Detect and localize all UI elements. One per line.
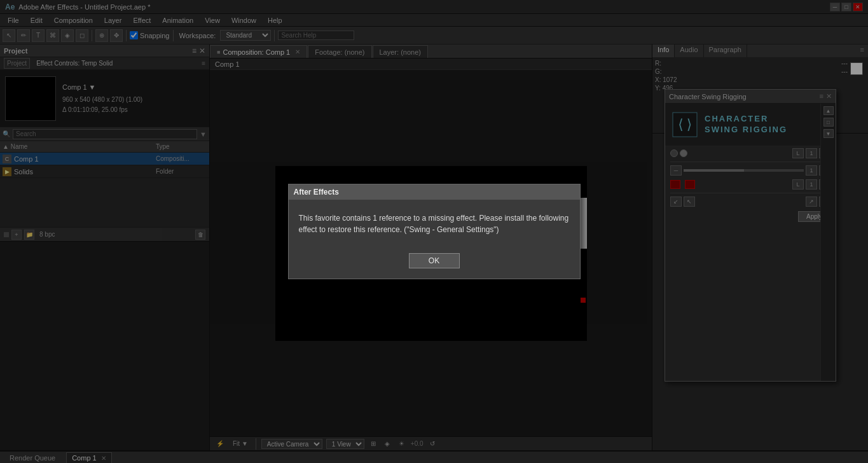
- dialog-body: This favorite contains 1 reference to a …: [289, 200, 580, 248]
- dialog-footer: OK: [289, 248, 580, 279]
- dialog-titlebar: After Effects: [289, 184, 580, 200]
- after-effects-dialog: After Effects This favorite contains 1 r…: [288, 184, 581, 279]
- dialog-message: This favorite contains 1 reference to a …: [299, 214, 569, 234]
- dialog-overlay: After Effects This favorite contains 1 r…: [0, 0, 868, 463]
- dialog-title: After Effects: [294, 188, 339, 197]
- dialog-ok-button[interactable]: OK: [409, 253, 460, 268]
